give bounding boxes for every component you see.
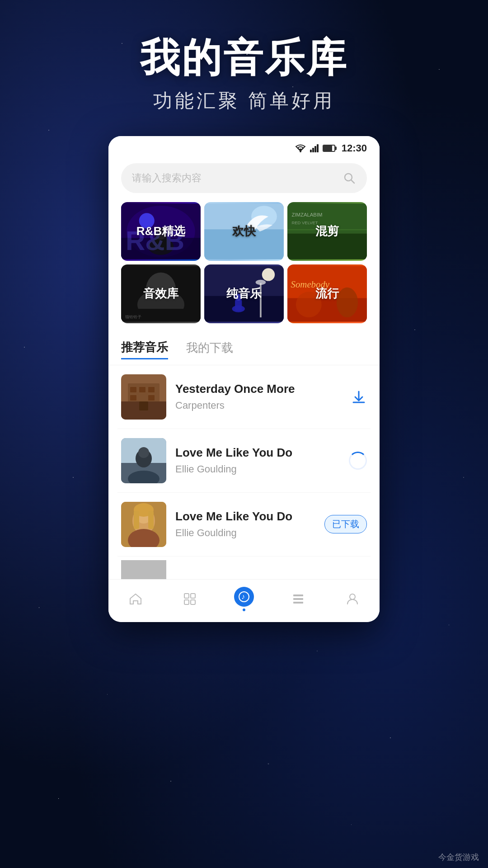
svg-rect-44 (139, 387, 145, 392)
category-sound-label: 音效库 (121, 264, 201, 323)
nav-home[interactable] (117, 589, 154, 609)
category-happy[interactable]: 欢快 (204, 202, 284, 261)
watermark: 今金货游戏 (438, 852, 479, 863)
search-bar[interactable]: 请输入搜索内容 (121, 163, 367, 193)
song-info: Love Me Like You Do Ellie Goulding (175, 509, 317, 539)
song-loading-action (349, 452, 367, 470)
song-item[interactable]: Yesterday Once More Carpenters (117, 365, 371, 429)
song-list: Yesterday Once More Carpenters (108, 365, 380, 579)
svg-rect-61 (148, 511, 154, 529)
category-grid: R&B精选 欢快 (108, 202, 380, 330)
svg-rect-2 (312, 148, 314, 152)
svg-rect-48 (139, 401, 148, 410)
battery-icon (323, 145, 335, 152)
app-subtitle: 功能汇聚 简单好用 (0, 88, 488, 113)
svg-point-0 (300, 151, 301, 152)
svg-rect-67 (184, 600, 189, 604)
tab-section: 推荐音乐 我的下载 (108, 330, 380, 365)
svg-point-53 (138, 447, 149, 458)
svg-rect-3 (314, 146, 316, 152)
nav-profile[interactable] (334, 589, 371, 609)
nav-list[interactable] (280, 589, 316, 609)
svg-rect-45 (148, 387, 155, 392)
home-icon (126, 589, 145, 609)
search-icon[interactable] (343, 171, 356, 185)
svg-rect-71 (293, 598, 303, 600)
song-thumbnail (121, 502, 166, 547)
svg-rect-72 (293, 602, 303, 604)
list-icon (288, 589, 308, 609)
nav-music[interactable]: ♪ (226, 587, 262, 611)
tab-recommended[interactable]: 推荐音乐 (121, 340, 168, 359)
song-item-partial (117, 557, 371, 579)
music-icon: ♪ (234, 587, 254, 607)
download-icon[interactable] (351, 389, 367, 405)
nav-grid[interactable] (172, 589, 208, 609)
song-item[interactable]: Love Me Like You Do Ellie Goulding 已下载 (117, 493, 371, 557)
tab-downloads[interactable]: 我的下载 (186, 340, 233, 359)
song-title: Love Me Like You Do (175, 446, 342, 460)
profile-icon (343, 589, 362, 609)
svg-rect-43 (130, 387, 136, 392)
signal-icon (310, 144, 319, 152)
svg-rect-65 (184, 594, 189, 598)
song-download-action[interactable] (351, 389, 367, 405)
svg-rect-46 (130, 395, 136, 401)
svg-rect-4 (317, 144, 319, 152)
wifi-icon (295, 144, 306, 153)
category-sound[interactable]: 猫铃铃子 音效库 (121, 264, 201, 323)
song-artist: Ellie Goulding (175, 463, 342, 475)
song-thumbnail (121, 374, 166, 420)
song-info: Yesterday Once More Carpenters (175, 382, 343, 411)
phone-frame: 12:30 请输入搜索内容 (108, 136, 380, 622)
app-header: 我的音乐库 功能汇聚 简单好用 (0, 0, 488, 113)
category-rnb-label: R&B精选 (121, 202, 201, 261)
song-info: Love Me Like You Do Ellie Goulding (175, 446, 342, 475)
downloaded-badge: 已下载 (324, 515, 367, 533)
song-title: Love Me Like You Do (175, 509, 317, 524)
svg-rect-47 (148, 395, 155, 401)
category-mix[interactable]: ZIMZALABIM RED VELVET 混剪 (287, 202, 367, 261)
song-item[interactable]: Love Me Like You Do Ellie Goulding (117, 429, 371, 493)
category-popular[interactable]: Somebody 流行 (287, 264, 367, 323)
svg-rect-1 (310, 150, 312, 152)
loading-spinner (349, 452, 367, 470)
bottom-nav: ♪ (108, 579, 380, 622)
song-title: Yesterday Once More (175, 382, 343, 396)
category-popular-label: 流行 (287, 264, 367, 323)
app-title: 我的音乐库 (0, 36, 488, 80)
song-thumbnail (121, 438, 166, 483)
nav-active-dot (243, 609, 245, 611)
status-bar: 12:30 (108, 136, 380, 158)
song-artist: Carpenters (175, 400, 343, 411)
song-downloaded-action[interactable]: 已下载 (324, 515, 367, 533)
svg-rect-66 (191, 594, 195, 598)
category-pure-label: 纯音乐 (204, 264, 284, 323)
category-mix-label: 混剪 (287, 202, 367, 261)
category-pure[interactable]: 纯音乐 (204, 264, 284, 323)
svg-rect-68 (191, 600, 195, 604)
status-icons: 12:30 (295, 142, 367, 154)
svg-point-73 (350, 594, 355, 599)
grid-icon (180, 589, 200, 609)
search-placeholder: 请输入搜索内容 (132, 171, 343, 185)
svg-text:♪: ♪ (241, 593, 245, 600)
category-rnb[interactable]: R&B精选 (121, 202, 201, 261)
status-time: 12:30 (342, 142, 367, 154)
svg-rect-64 (121, 560, 166, 579)
song-artist: Ellie Goulding (175, 527, 317, 539)
svg-rect-70 (293, 594, 303, 596)
category-happy-label: 欢快 (204, 202, 284, 261)
svg-line-6 (351, 180, 354, 183)
svg-rect-60 (134, 511, 139, 529)
partial-thumb (121, 560, 166, 579)
